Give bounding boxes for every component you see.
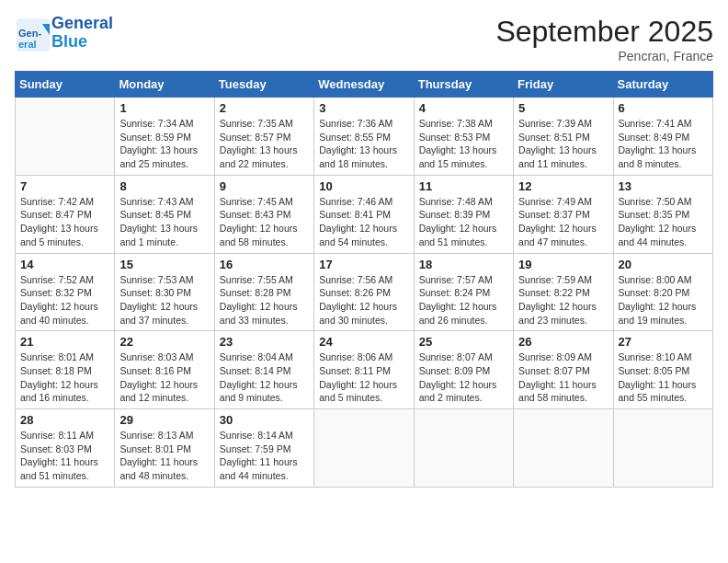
day-info-line: Daylight: 13 hours and 5 minutes.	[20, 223, 98, 247]
day-info-line: Sunset: 8:30 PM	[119, 287, 191, 298]
day-info-line: Sunrise: 7:43 AM	[119, 196, 193, 207]
day-info: Sunrise: 7:57 AMSunset: 8:24 PMDaylight:…	[419, 273, 508, 327]
day-number: 4	[419, 101, 508, 115]
day-info-line: Sunrise: 7:50 AM	[619, 196, 692, 207]
svg-text:Gen-: Gen-	[18, 28, 41, 39]
day-info-line: Sunrise: 7:35 AM	[220, 118, 293, 129]
day-info: Sunrise: 7:46 AMSunset: 8:41 PMDaylight:…	[319, 195, 408, 249]
day-info-line: Sunset: 7:59 PM	[220, 443, 291, 454]
logo: Gen- eral General Blue	[15, 15, 113, 52]
day-info-line: Sunrise: 7:49 AM	[518, 196, 592, 207]
day-info: Sunrise: 8:07 AMSunset: 8:09 PMDaylight:…	[419, 350, 508, 405]
day-info: Sunrise: 7:49 AMSunset: 8:37 PMDaylight:…	[518, 195, 608, 249]
calendar-cell	[514, 409, 613, 488]
day-info: Sunrise: 8:03 AMSunset: 8:16 PMDaylight:…	[119, 350, 209, 405]
day-info-line: Sunrise: 7:36 AM	[319, 118, 392, 129]
calendar-cell	[613, 409, 712, 488]
calendar-cell: 23Sunrise: 8:04 AMSunset: 8:14 PMDayligh…	[214, 331, 313, 409]
day-info-line: Sunset: 8:45 PM	[119, 209, 191, 220]
day-info-line: Sunrise: 7:45 AM	[220, 196, 293, 207]
page-header: Gen- eral General Blue September 2025 Pe…	[15, 15, 713, 63]
logo-icon: Gen- eral	[15, 17, 48, 50]
day-info-line: Daylight: 12 hours and 26 minutes.	[419, 301, 497, 326]
calendar-day-header: Thursday	[414, 72, 513, 98]
day-info-line: Sunset: 8:41 PM	[319, 209, 391, 220]
calendar-day-header: Tuesday	[214, 72, 313, 98]
day-number: 7	[20, 179, 109, 193]
day-info: Sunrise: 7:53 AMSunset: 8:30 PMDaylight:…	[119, 273, 209, 327]
day-info-line: Sunrise: 8:14 AM	[220, 430, 293, 441]
day-number: 24	[319, 335, 408, 349]
day-info-line: Daylight: 11 hours and 58 minutes.	[518, 379, 597, 404]
day-info: Sunrise: 8:01 AMSunset: 8:18 PMDaylight:…	[20, 350, 109, 405]
day-info: Sunrise: 8:09 AMSunset: 8:07 PMDaylight:…	[518, 350, 608, 405]
day-number: 29	[119, 413, 209, 427]
day-info: Sunrise: 7:43 AMSunset: 8:45 PMDaylight:…	[119, 195, 209, 249]
day-info-line: Sunset: 8:16 PM	[119, 365, 191, 376]
day-number: 21	[20, 335, 109, 349]
calendar-cell: 3Sunrise: 7:36 AMSunset: 8:55 PMDaylight…	[314, 98, 414, 176]
day-info-line: Sunrise: 8:09 AM	[518, 351, 592, 362]
day-info: Sunrise: 7:45 AMSunset: 8:43 PMDaylight:…	[220, 195, 309, 249]
day-number: 23	[220, 335, 309, 349]
calendar-cell: 2Sunrise: 7:35 AMSunset: 8:57 PMDaylight…	[214, 98, 313, 176]
calendar-cell: 6Sunrise: 7:41 AMSunset: 8:49 PMDaylight…	[613, 98, 712, 176]
day-info-line: Daylight: 12 hours and 44 minutes.	[619, 223, 697, 247]
day-info-line: Daylight: 11 hours and 48 minutes.	[119, 456, 198, 481]
day-number: 25	[419, 335, 508, 349]
day-number: 27	[619, 335, 708, 349]
calendar-cell: 26Sunrise: 8:09 AMSunset: 8:07 PMDayligh…	[514, 331, 613, 409]
day-number: 8	[119, 179, 209, 193]
day-info-line: Sunrise: 7:52 AM	[20, 274, 94, 285]
day-number: 2	[220, 101, 309, 115]
day-info: Sunrise: 7:36 AMSunset: 8:55 PMDaylight:…	[319, 117, 408, 171]
day-info-line: Daylight: 13 hours and 1 minute.	[119, 223, 198, 247]
location: Pencran, France	[495, 49, 713, 63]
calendar-cell: 4Sunrise: 7:38 AMSunset: 8:53 PMDaylight…	[414, 98, 513, 176]
day-number: 17	[319, 258, 408, 271]
day-number: 26	[518, 335, 608, 349]
day-info-line: Daylight: 12 hours and 9 minutes.	[220, 379, 298, 404]
day-info-line: Daylight: 12 hours and 12 minutes.	[119, 379, 198, 404]
month-title: September 2025	[495, 15, 713, 49]
day-info-line: Sunset: 8:01 PM	[119, 443, 191, 454]
day-info-line: Sunset: 8:35 PM	[619, 209, 690, 220]
day-number: 3	[319, 101, 408, 115]
calendar-cell: 1Sunrise: 7:34 AMSunset: 8:59 PMDaylight…	[115, 98, 214, 176]
day-info-line: Sunrise: 7:53 AM	[119, 274, 193, 285]
day-info-line: Daylight: 12 hours and 30 minutes.	[319, 301, 397, 326]
day-number: 19	[518, 258, 608, 271]
calendar-cell: 18Sunrise: 7:57 AMSunset: 8:24 PMDayligh…	[414, 253, 513, 331]
day-number: 14	[20, 258, 109, 271]
day-info-line: Sunset: 8:51 PM	[518, 132, 590, 143]
calendar-cell: 5Sunrise: 7:39 AMSunset: 8:51 PMDaylight…	[514, 98, 613, 176]
calendar-cell	[314, 409, 414, 488]
title-block: September 2025 Pencran, France	[495, 15, 713, 63]
day-info: Sunrise: 7:41 AMSunset: 8:49 PMDaylight:…	[619, 117, 708, 171]
day-info-line: Sunset: 8:39 PM	[419, 209, 491, 220]
day-info-line: Sunrise: 8:11 AM	[20, 430, 94, 441]
day-info-line: Sunset: 8:11 PM	[319, 365, 391, 376]
day-info-line: Sunrise: 7:46 AM	[319, 196, 392, 207]
day-info: Sunrise: 7:59 AMSunset: 8:22 PMDaylight:…	[518, 273, 608, 327]
day-info-line: Sunset: 8:09 PM	[419, 365, 491, 376]
day-info: Sunrise: 7:42 AMSunset: 8:47 PMDaylight:…	[20, 195, 109, 249]
day-info-line: Daylight: 13 hours and 25 minutes.	[119, 144, 198, 169]
day-info-line: Sunset: 8:14 PM	[220, 365, 291, 376]
day-info-line: Daylight: 12 hours and 37 minutes.	[119, 301, 198, 326]
day-info-line: Daylight: 12 hours and 5 minutes.	[319, 379, 397, 404]
day-number: 18	[419, 258, 508, 271]
day-info-line: Sunrise: 8:06 AM	[319, 351, 392, 362]
day-info: Sunrise: 8:06 AMSunset: 8:11 PMDaylight:…	[319, 350, 408, 405]
day-info-line: Sunset: 8:20 PM	[619, 287, 690, 298]
calendar-cell: 8Sunrise: 7:43 AMSunset: 8:45 PMDaylight…	[115, 175, 214, 253]
day-info: Sunrise: 8:13 AMSunset: 8:01 PMDaylight:…	[119, 429, 209, 483]
calendar-cell: 24Sunrise: 8:06 AMSunset: 8:11 PMDayligh…	[314, 331, 414, 409]
day-info-line: Daylight: 12 hours and 33 minutes.	[220, 301, 298, 326]
calendar-day-header: Monday	[115, 72, 214, 98]
day-number: 28	[20, 413, 109, 427]
day-info-line: Sunrise: 8:01 AM	[20, 351, 94, 362]
day-info-line: Sunset: 8:49 PM	[619, 132, 690, 143]
day-info-line: Sunset: 8:24 PM	[419, 287, 491, 298]
day-info-line: Sunrise: 7:38 AM	[419, 118, 493, 129]
